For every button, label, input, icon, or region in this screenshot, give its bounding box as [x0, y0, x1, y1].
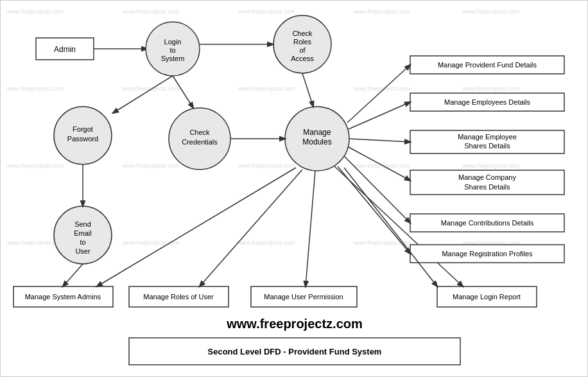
svg-text:Credentials: Credentials — [182, 138, 218, 146]
svg-text:Shares Details: Shares Details — [464, 183, 510, 191]
svg-text:www.freeprojectz.com: www.freeprojectz.com — [353, 8, 410, 15]
svg-text:www.freeprojectz.com: www.freeprojectz.com — [462, 8, 519, 15]
svg-text:Manage System Admins: Manage System Admins — [25, 293, 101, 301]
svg-text:Manage Company: Manage Company — [458, 173, 516, 181]
svg-text:Check: Check — [189, 128, 210, 136]
svg-text:www.freeprojectz.com: www.freeprojectz.com — [6, 85, 64, 92]
arrow-modules-roles — [200, 170, 302, 286]
footer-label: Second Level DFD - Provident Fund System — [208, 347, 382, 356]
arrow-roles-modules — [302, 73, 313, 107]
svg-text:Access: Access — [291, 55, 314, 62]
svg-text:Manage User Permission: Manage User Permission — [264, 293, 343, 301]
diagram-container: www.freeprojectz.com www.freeprojectz.co… — [0, 0, 588, 377]
svg-text:Manage Employees Details: Manage Employees Details — [444, 98, 530, 106]
arrow-modules-perm — [306, 171, 315, 286]
svg-text:Shares Details: Shares Details — [464, 142, 510, 150]
svg-text:www.freeprojectz.com: www.freeprojectz.com — [238, 85, 295, 92]
svg-text:System: System — [161, 55, 185, 62]
svg-text:of: of — [299, 46, 306, 54]
svg-text:Password: Password — [67, 135, 98, 143]
svg-text:www.freeprojectz.com: www.freeprojectz.com — [122, 85, 179, 92]
login-label: Login — [164, 38, 182, 46]
svg-text:Email: Email — [74, 229, 92, 237]
arrow-email-sysadmins — [63, 264, 83, 286]
svg-text:www.freeprojectz.com: www.freeprojectz.com — [238, 8, 295, 15]
svg-text:to: to — [169, 46, 175, 54]
svg-text:www.freeprojectz.com: www.freeprojectz.com — [238, 162, 295, 169]
svg-text:Roles: Roles — [293, 38, 312, 46]
svg-text:www.freeprojectz.com: www.freeprojectz.com — [6, 8, 64, 15]
svg-text:User: User — [75, 247, 91, 255]
svg-text:Manage Login Report: Manage Login Report — [453, 293, 521, 301]
svg-text:Manage Roles of User: Manage Roles of User — [143, 293, 214, 301]
svg-text:Check: Check — [292, 30, 313, 37]
svg-text:www.freeprojectz.com: www.freeprojectz.com — [462, 162, 519, 169]
svg-text:www.freeprojectz.com: www.freeprojectz.com — [462, 85, 519, 92]
svg-text:www.freeprojectz.com: www.freeprojectz.com — [353, 162, 410, 169]
admin-label: Admin — [54, 45, 76, 54]
svg-text:www.freeprojectz.com: www.freeprojectz.com — [6, 162, 64, 169]
website-label: www.freeprojectz.com — [226, 317, 363, 331]
arrow-login-cred — [173, 76, 193, 108]
svg-text:Manage Provident Fund Details: Manage Provident Fund Details — [438, 61, 537, 69]
svg-text:Manage Employee: Manage Employee — [458, 133, 517, 141]
svg-text:Manage Registration Profiles: Manage Registration Profiles — [442, 250, 533, 258]
svg-text:Manage Contributions Details: Manage Contributions Details — [441, 219, 534, 227]
svg-text:Forgot: Forgot — [73, 125, 93, 133]
arrow-modules-sysadmins — [97, 168, 296, 286]
svg-text:Manage: Manage — [303, 128, 331, 137]
arrow-modules-emp — [349, 102, 410, 129]
dfd-diagram: www.freeprojectz.com www.freeprojectz.co… — [1, 1, 588, 377]
svg-text:to: to — [80, 238, 85, 246]
svg-text:Modules: Modules — [302, 137, 331, 146]
svg-text:www.freeprojectz.com: www.freeprojectz.com — [122, 8, 179, 15]
arrow-modules-provident — [347, 65, 410, 123]
arrow-login-forgot — [113, 76, 173, 113]
svg-text:www.freeprojectz.com: www.freeprojectz.com — [122, 162, 179, 169]
svg-text:www.freeprojectz.com: www.freeprojectz.com — [238, 240, 295, 246]
svg-text:Send: Send — [74, 220, 91, 228]
arrow-modules-empshares — [349, 139, 410, 142]
